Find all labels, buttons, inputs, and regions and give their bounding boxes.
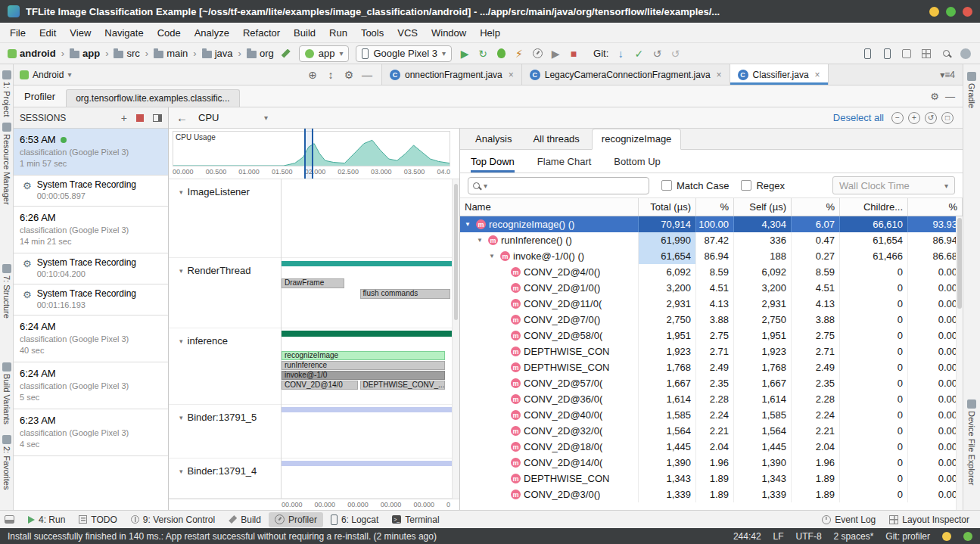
toolwindow-button-1-project[interactable]: 1: Project bbox=[2, 70, 11, 117]
sdk-manager-icon[interactable] bbox=[898, 45, 915, 62]
trace-event-bar[interactable]: DEPTHWISE_CONV_... bbox=[360, 381, 446, 390]
toolwindow-switcher-icon[interactable] bbox=[5, 515, 14, 524]
threads-scrollbar[interactable] bbox=[452, 179, 459, 499]
column-header-0[interactable]: Name bbox=[460, 198, 639, 216]
thread-state-bar[interactable] bbox=[282, 407, 452, 412]
menu-window[interactable]: Window bbox=[425, 23, 473, 42]
menu-view[interactable]: View bbox=[63, 23, 98, 42]
session-item[interactable]: 6:24 AMclassification (Google Pixel 3)5 … bbox=[14, 362, 168, 409]
status-git-branch[interactable]: Git: profiler bbox=[885, 531, 930, 542]
editor-tab-legacycameraconnectionfragment-java[interactable]: CLegacyCameraConnectionFragment.java× bbox=[522, 64, 730, 85]
subtab-flame-chart[interactable]: Flame Chart bbox=[537, 150, 592, 173]
toolwindow-terminal[interactable]: >_Terminal bbox=[386, 512, 445, 527]
toolwindow-button-device-file-explorer[interactable]: Device File Explorer bbox=[967, 399, 976, 485]
locate-file-icon[interactable]: ⊕ bbox=[304, 67, 321, 83]
breadcrumb-java[interactable]: java bbox=[201, 48, 235, 59]
toolwindow-todo[interactable]: TODO bbox=[73, 512, 123, 527]
menu-edit[interactable]: Edit bbox=[33, 23, 63, 42]
trace-event-bar[interactable]: invoke@-1/0 bbox=[282, 371, 445, 380]
table-row[interactable]: mCONV_2D@14/0(1,3901.961,3901.9600.00 bbox=[460, 455, 963, 471]
thread-name-row[interactable]: ▾Binder:13791_5 bbox=[169, 405, 281, 459]
expand-arrow-icon[interactable]: ▼ bbox=[477, 237, 485, 244]
table-row[interactable]: ▼mrunInference() ()61,99087.423360.4761,… bbox=[460, 232, 963, 248]
trace-event-bar[interactable]: CONV_2D@14/0 bbox=[282, 381, 358, 390]
apply-code-changes-icon[interactable]: ⚡ bbox=[511, 45, 527, 62]
column-header-6[interactable]: % bbox=[908, 198, 963, 216]
git-update-icon[interactable]: ↓ bbox=[612, 45, 629, 62]
project-view-selector[interactable]: Android ▾ bbox=[20, 70, 71, 80]
window-close-button[interactable] bbox=[963, 7, 972, 17]
breadcrumb-app[interactable]: app bbox=[68, 48, 101, 59]
status-caret-position[interactable]: 244:42 bbox=[733, 531, 761, 542]
trace-event-bar[interactable]: runInference bbox=[282, 361, 445, 370]
table-row[interactable]: mCONV_2D@32/0(1,5642.211,5642.2100.00 bbox=[460, 423, 963, 439]
toolwindow-9-version-control[interactable]: 9: Version Control bbox=[125, 512, 221, 527]
zoom-to-selection-icon[interactable]: □ bbox=[941, 112, 954, 124]
table-row[interactable]: mCONV_2D@57/0(1,6672.351,6672.3500.00 bbox=[460, 375, 963, 391]
thread-track[interactable]: recognizeImagerunInferenceinvoke@-1/0CON… bbox=[282, 328, 452, 405]
feedback-smiley-icon[interactable] bbox=[942, 532, 951, 541]
toolwindow-layout-inspector[interactable]: Layout Inspector bbox=[883, 512, 975, 527]
analysis-tab-analysis[interactable]: Analysis bbox=[466, 129, 521, 149]
toolwindow-button-7-structure[interactable]: 7: Structure bbox=[2, 264, 11, 319]
table-scrollbar[interactable] bbox=[956, 216, 963, 510]
table-row[interactable]: mDEPTHWISE_CON1,7682.491,7682.4900.00 bbox=[460, 359, 963, 375]
breadcrumb-src[interactable]: src bbox=[112, 48, 141, 59]
thread-name-row[interactable]: ▾ImageListener bbox=[169, 179, 281, 258]
menu-file[interactable]: File bbox=[3, 23, 33, 42]
hidden-tabs-dropdown[interactable]: ▾≡4 bbox=[940, 70, 955, 80]
column-header-2[interactable]: % bbox=[696, 198, 734, 216]
apply-changes-icon[interactable]: ↻ bbox=[474, 45, 491, 62]
table-row[interactable]: mCONV_2D@11/0(2,9314.132,9314.1300.00 bbox=[460, 296, 963, 312]
toolwindow-event-log[interactable]: Event Log bbox=[816, 512, 882, 527]
run-icon[interactable]: ▶ bbox=[456, 45, 473, 62]
table-row[interactable]: mCONV_2D@1/0()3,2004.513,2004.5100.00 bbox=[460, 280, 963, 296]
breadcrumb-org[interactable]: org bbox=[245, 48, 275, 59]
breadcrumb-main[interactable]: main bbox=[152, 48, 189, 59]
thread-track[interactable] bbox=[282, 459, 452, 499]
hide-panel-icon[interactable]: — bbox=[359, 67, 375, 83]
toolwindow-4-run[interactable]: 4: Run bbox=[22, 512, 71, 527]
menu-tools[interactable]: Tools bbox=[354, 23, 390, 42]
avd-manager-icon[interactable] bbox=[879, 45, 895, 62]
thread-state-bar[interactable] bbox=[282, 461, 452, 466]
thread-track[interactable]: DrawFrameflush commands bbox=[282, 258, 452, 328]
table-row[interactable]: ▼minvoke@-1/0() ()61,65486.941880.2761,4… bbox=[460, 248, 963, 264]
table-row[interactable]: mCONV_2D@4/0()6,0928.596,0928.5900.00 bbox=[460, 264, 963, 280]
trace-recording-item[interactable]: ⚙System Trace Recording00:10:04.200 bbox=[14, 253, 168, 284]
session-item[interactable]: 6:53 AMclassification (Google Pixel 3)1 … bbox=[14, 129, 168, 176]
table-row[interactable]: mCONV_2D@7/0()2,7503.882,7503.8800.00 bbox=[460, 312, 963, 328]
collapse-sessions-icon[interactable] bbox=[153, 114, 162, 122]
thread-track[interactable] bbox=[282, 405, 452, 459]
menu-vcs[interactable]: VCS bbox=[390, 23, 425, 42]
hide-panel-icon[interactable]: — bbox=[945, 91, 955, 102]
toolwindow-6-logcat[interactable]: 6: Logcat bbox=[325, 512, 384, 527]
collapse-arrow-icon[interactable]: ▾ bbox=[179, 188, 183, 196]
menu-refactor[interactable]: Refactor bbox=[236, 23, 287, 42]
table-row[interactable]: mDEPTHWISE_CON1,3431.891,3431.8900.00 bbox=[460, 471, 963, 486]
zoom-in-icon[interactable]: + bbox=[908, 112, 920, 124]
collapse-arrow-icon[interactable]: ▾ bbox=[179, 337, 183, 345]
match-case-checkbox[interactable]: Match Case bbox=[661, 180, 729, 191]
close-tab-icon[interactable]: × bbox=[815, 70, 820, 80]
collapse-arrow-icon[interactable]: ▾ bbox=[179, 267, 183, 275]
collapse-arrow-icon[interactable]: ▾ bbox=[179, 414, 183, 421]
reset-zoom-icon[interactable]: ↺ bbox=[925, 112, 937, 124]
device-select[interactable]: Google Pixel 3 ▾ bbox=[356, 45, 452, 62]
close-tab-icon[interactable]: × bbox=[509, 70, 514, 80]
window-maximize-button[interactable] bbox=[946, 7, 956, 17]
close-tab-icon[interactable]: × bbox=[717, 70, 722, 80]
toolwindow-button-2-favorites[interactable]: 2: Favorites bbox=[2, 435, 11, 490]
menu-code[interactable]: Code bbox=[151, 23, 188, 42]
breadcrumb-android[interactable]: android bbox=[6, 48, 58, 59]
toolwindow-button-resource-manager[interactable]: Resource Manager bbox=[2, 123, 11, 205]
build-wrench-icon[interactable] bbox=[278, 45, 294, 62]
thread-name-row[interactable]: ▾Binder:13791_4 bbox=[169, 459, 281, 499]
trace-event-bar[interactable]: DrawFrame bbox=[282, 278, 344, 288]
session-item[interactable]: 6:24 AMclassification (Google Pixel 3)40… bbox=[14, 316, 168, 362]
thread-state-bar[interactable] bbox=[282, 261, 452, 266]
profiler-type-select[interactable]: CPU ▾ bbox=[195, 110, 271, 125]
table-row[interactable]: mCONV_2D@58/0(1,9512.751,9512.7500.00 bbox=[460, 328, 963, 343]
toolwindow-button-build-variants[interactable]: Build Variants bbox=[2, 362, 11, 424]
device-manager-icon[interactable] bbox=[859, 45, 876, 62]
